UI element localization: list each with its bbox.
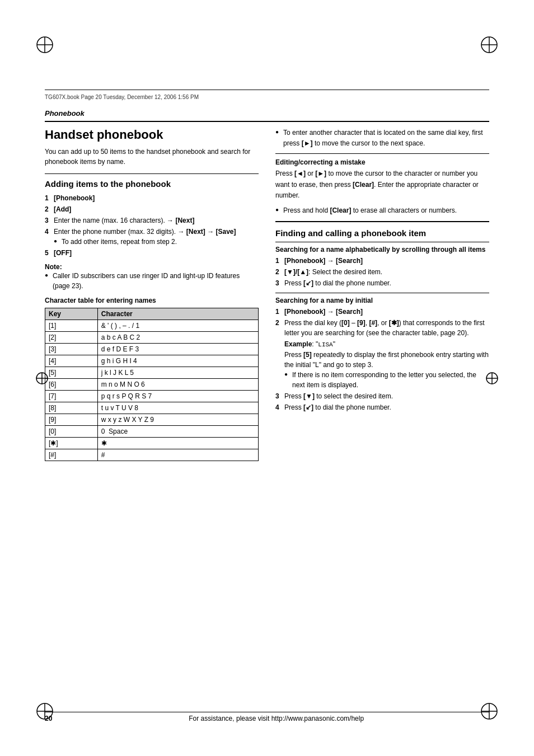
note-bullet: Caller ID subscribers can use ringer ID … — [45, 271, 259, 291]
table-row: [#]# — [45, 449, 259, 461]
initial-search-divider — [275, 293, 489, 293]
corner-mark-tl — [34, 34, 56, 56]
table-row: [5]j k l J K L 5 — [45, 367, 259, 378]
editing-heading: Editing/correcting a mistake — [275, 158, 489, 166]
table-row: [7]p q r s P Q R S 7 — [45, 390, 259, 402]
adding-heading: Adding items to the phonebook — [45, 179, 259, 190]
table-row: [6]m n o M N O 6 — [45, 378, 259, 390]
initial-search-heading: Searching for a name by initial — [275, 297, 489, 304]
table-row: [4]g h i G H I 4 — [45, 355, 259, 367]
table-row: [8]t u v T U V 8 — [45, 402, 259, 414]
footer-page-number: 20 — [45, 715, 52, 722]
table-row: [2]a b c A B C 2 — [45, 331, 259, 343]
col-key-header: Key — [45, 308, 98, 320]
left-column: Handset phonebook You can add up to 50 i… — [45, 128, 259, 461]
header-bar: TG607X.book Page 20 Tuesday, December 12… — [45, 90, 489, 101]
alpha-search-divider — [275, 242, 489, 242]
step-2: 2 [Add] — [45, 204, 259, 214]
section-label: Phonebook — [45, 109, 489, 118]
char-table: Key Character [1]& ' ( ) , – . / 1 [2]a … — [45, 308, 259, 461]
init-step-1: 1 [Phonebook] → [Search] — [275, 307, 489, 317]
step-3: 3 Enter the name (max. 16 characters). →… — [45, 215, 259, 226]
initial-search-steps: 1 [Phonebook] → [Search] 2 Press the dia… — [275, 307, 489, 412]
char-table-body: [1]& ' ( ) , – . / 1 [2]a b c A B C 2 [3… — [45, 320, 259, 461]
editing-bullet: Press and hold [Clear] to erase all char… — [275, 205, 489, 215]
step-4-bullet: To add other items, repeat from step 2. — [54, 237, 259, 247]
section-divider-top — [45, 121, 489, 122]
editing-text: Press [◄] or [►] to move the cursor to t… — [275, 168, 489, 201]
right-column: To enter another character that is locat… — [275, 128, 489, 461]
step-1: 1 [Phonebook] — [45, 193, 259, 203]
adding-steps: 1 [Phonebook] 2 [Add] 3 Enter the name (… — [45, 193, 259, 258]
alpha-step-1: 1 [Phonebook] → [Search] — [275, 256, 489, 266]
alpha-search-steps: 1 [Phonebook] → [Search] 2 [▼]/[▲]: Sele… — [275, 256, 489, 288]
file-info: TG607X.book Page 20 Tuesday, December 12… — [45, 94, 199, 100]
alpha-search-heading: Searching for a name alphabetically by s… — [275, 246, 489, 253]
intro-text: You can add up to 50 items to the handse… — [45, 147, 259, 167]
step-5: 5 [OFF] — [45, 248, 259, 258]
main-title: Handset phonebook — [45, 128, 259, 142]
content-area: Phonebook Handset phonebook You can add … — [45, 109, 489, 700]
note-label: Note: — [45, 263, 62, 271]
table-row: [9]w x y z W X Y Z 9 — [45, 414, 259, 425]
init-step-4: 4 Press [↙] to dial the phone number. — [275, 402, 489, 412]
alpha-step-2: 2 [▼]/[▲]: Select the desired item. — [275, 267, 489, 277]
finding-heading: Finding and calling a phonebook item — [275, 228, 489, 239]
note-section: Note: Caller ID subscribers can use ring… — [45, 262, 259, 291]
table-row: [0]0 Space — [45, 425, 259, 437]
table-row: [1]& ' ( ) , – . / 1 — [45, 320, 259, 331]
col-char-header: Character — [97, 308, 258, 320]
step-4: 4 Enter the phone number (max. 32 digits… — [45, 227, 259, 247]
char-table-heading: Character table for entering names — [45, 297, 259, 304]
init-step-3: 3 Press [▼] to select the desired item. — [275, 391, 489, 401]
adding-section-divider — [45, 173, 259, 174]
footer-text: For assistance, please visit http://www.… — [63, 715, 489, 722]
init-step-2: 2 Press the dial key ([0] – [9], [#], or… — [275, 318, 489, 390]
corner-mark-tr — [478, 34, 500, 56]
page: TG607X.book Page 20 Tuesday, December 12… — [0, 0, 534, 756]
two-column-layout: Handset phonebook You can add up to 50 i… — [45, 128, 489, 461]
finding-section-divider — [275, 221, 489, 222]
table-row: [3]d e f D E F 3 — [45, 343, 259, 355]
table-row: [✱]✱ — [45, 437, 259, 449]
editing-divider — [275, 153, 489, 154]
alpha-step-3: 3 Press [↙] to dial the phone number. — [275, 278, 489, 288]
footer-bar: 20 For assistance, please visit http://w… — [45, 712, 489, 722]
example-block: Example: "LISA" Press [5] repeatedly to … — [284, 339, 489, 370]
right-intro-bullet: To enter another character that is locat… — [275, 128, 489, 149]
init-step-2-bullet: If there is no item corresponding to the… — [284, 370, 489, 390]
